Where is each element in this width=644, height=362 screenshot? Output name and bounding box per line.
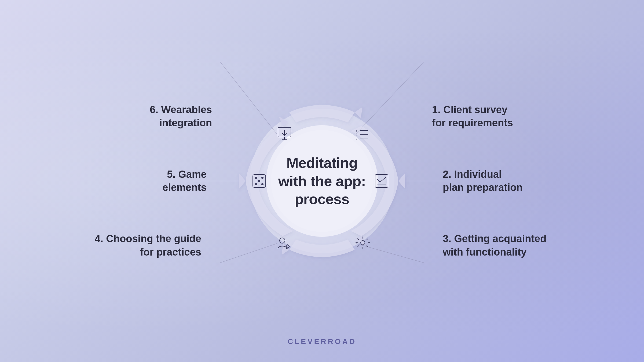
label-4: 4. Choosing the guidefor practices — [89, 232, 201, 259]
svg-point-33 — [261, 183, 264, 185]
svg-point-29 — [255, 177, 257, 179]
svg-text:1: 1 — [356, 130, 357, 133]
svg-point-32 — [255, 183, 257, 185]
label-5: 5. Gameelements — [94, 168, 207, 194]
svg-point-30 — [261, 177, 264, 179]
circle-diagram: 1 2 3 — [228, 87, 416, 275]
label-3: 3. Getting acquaintedwith functionality — [443, 232, 555, 259]
svg-point-23 — [286, 245, 289, 248]
svg-text:3: 3 — [356, 137, 357, 140]
svg-marker-5 — [282, 244, 289, 255]
diagram-wrapper: 1 2 3 — [228, 87, 416, 275]
svg-text:2: 2 — [356, 133, 357, 136]
svg-point-31 — [258, 180, 260, 182]
brand-footer: CLEVERROAD — [288, 337, 356, 346]
svg-marker-6 — [239, 173, 246, 189]
svg-marker-3 — [398, 173, 405, 189]
label-2: 2. Individualplan preparation — [443, 168, 555, 194]
main-container: 1 2 3 — [0, 0, 644, 362]
label-1: 1. Client surveyfor requirements — [432, 103, 545, 130]
center-title: Meditating with the app: process — [276, 154, 368, 208]
label-6: 6. Wearablesintegration — [99, 103, 212, 130]
svg-marker-2 — [355, 107, 362, 118]
